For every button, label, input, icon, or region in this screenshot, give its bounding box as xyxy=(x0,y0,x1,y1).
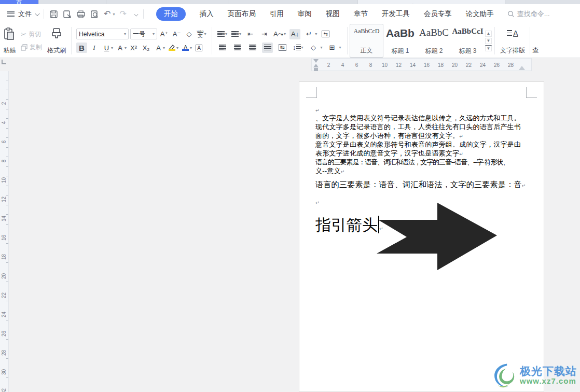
style-card[interactable]: AaBbC 标题 2 xyxy=(417,24,451,58)
bullet-list-button[interactable]: ▾ xyxy=(217,29,228,39)
undo-button[interactable]: ↶ xyxy=(104,10,111,18)
style-card[interactable]: AaBbCcI 标题 3 xyxy=(451,24,485,58)
document-text-line[interactable]: 语言的三要素是：语音、词汇和语法，文字的三要素是：音↵ xyxy=(315,178,529,191)
print-preview-button[interactable] xyxy=(90,10,99,19)
document-text-line[interactable]: 现代文字多是记录语言的，工具，人类往往先有口头的语言后产生书 xyxy=(315,122,529,131)
underline-button[interactable]: U xyxy=(101,43,112,53)
ribbon-tab[interactable]: 开始 xyxy=(156,7,186,21)
ribbon-tab[interactable]: 会员专享 xyxy=(424,9,452,19)
document-text-line[interactable]: 义--意义↵ xyxy=(315,166,529,175)
ruler-number: 20 xyxy=(448,59,462,71)
align-left-button[interactable] xyxy=(217,43,228,53)
chevron-down-icon[interactable] xyxy=(35,11,40,16)
ribbon-tab[interactable]: 审阅 xyxy=(298,9,312,19)
copy-button[interactable]: 复制 xyxy=(21,43,42,52)
ribbon-tab[interactable]: 章节 xyxy=(354,9,368,19)
pinyin-guide-button[interactable]: wén文▾ xyxy=(196,29,207,39)
shading-button[interactable]: ◇ xyxy=(308,43,319,53)
ruler-number: 2 xyxy=(0,94,8,113)
tab-stop-selector[interactable] xyxy=(2,60,6,64)
styles-more-icon[interactable]: ▼ xyxy=(485,45,492,51)
ribbon-tab[interactable]: 视图 xyxy=(326,9,340,19)
hamburger-menu-icon[interactable] xyxy=(7,11,15,17)
text-width-button[interactable]: ⇆ xyxy=(320,29,331,39)
new-tab-button[interactable]: + xyxy=(506,0,521,4)
undo-dropdown-icon[interactable]: ▾ xyxy=(113,12,115,17)
ruler-number: 2 xyxy=(322,59,336,71)
window-tab[interactable]: W 文字是人类...方式和工具(1) × xyxy=(358,0,505,4)
increase-font-button[interactable]: A⁺ xyxy=(159,29,170,39)
justify-button[interactable] xyxy=(262,43,273,53)
brush-icon xyxy=(51,27,62,40)
wrap-mark-button[interactable]: ↵ xyxy=(303,29,314,39)
styles-scroll-up-icon[interactable]: ▲ xyxy=(485,31,492,37)
decrease-font-button[interactable]: A⁻ xyxy=(171,29,182,39)
style-card[interactable]: AaBbCcD 正文 xyxy=(350,24,383,58)
ribbon-tab[interactable]: 论文助手 xyxy=(466,9,494,19)
numbered-list-button[interactable]: ▾ xyxy=(231,29,242,39)
borders-button[interactable]: ⊞ xyxy=(327,43,338,53)
text-direction-button[interactable]: A↓ xyxy=(289,29,300,39)
ribbon-tab[interactable]: 页面布局 xyxy=(228,9,256,19)
bold-button[interactable]: B xyxy=(76,43,87,53)
redo-button[interactable]: ↷ xyxy=(119,10,126,18)
right-indent-marker[interactable] xyxy=(519,66,525,70)
find-command-box[interactable]: 查找命令... xyxy=(507,9,550,19)
subscript-button[interactable]: X₂ xyxy=(141,43,151,53)
ribbon-tab[interactable]: 插入 xyxy=(200,9,214,19)
ruler-number: 10 xyxy=(378,59,392,71)
cut-button[interactable]: ✂ 剪切 xyxy=(21,30,42,39)
styles-scroll-down-icon[interactable]: ▼ xyxy=(485,38,492,44)
text-effects-button[interactable]: A xyxy=(153,43,164,53)
align-center-button[interactable] xyxy=(232,43,243,53)
document-text-line[interactable]: 面的，文字，很多小语种，有语言但没有文字。↵ xyxy=(315,131,529,140)
ribbon-tab[interactable]: 引用 xyxy=(270,9,284,19)
font-color-button[interactable]: A xyxy=(180,43,191,53)
format-painter-button[interactable]: 格式刷 xyxy=(44,24,69,58)
align-right-button[interactable] xyxy=(247,43,258,53)
character-border-button[interactable]: A xyxy=(194,43,204,53)
big-text-line[interactable]: 指引箭头↵ xyxy=(315,215,529,239)
vertical-ruler[interactable]: 2 4 6 8 10 12 14 16 18 20 22 24 26 28 30 xyxy=(0,71,9,392)
document-text-line[interactable]: 表形文字进化成的意音文字，汉字也是语素文字↵ xyxy=(315,149,529,158)
search-icon xyxy=(507,10,515,18)
strikethrough-button[interactable]: A xyxy=(115,43,126,53)
font-size-select[interactable]: 一号▾ xyxy=(130,29,157,39)
decrease-indent-button[interactable]: ⇤ xyxy=(245,29,256,39)
document-content[interactable]: ↵ 、文字是人类用表义符号记录表达信息以传之，久远的方式和工具。 现代文字多是记… xyxy=(315,105,529,239)
line-spacing-button[interactable]: ↕▾ xyxy=(292,43,304,53)
export-pdf-button[interactable] xyxy=(63,10,72,19)
window-tab[interactable]: 稻壳免费模板 xyxy=(39,0,106,4)
paste-button[interactable]: 粘贴▾ xyxy=(0,24,19,58)
increase-indent-button[interactable]: ⇥ xyxy=(259,29,270,39)
italic-button[interactable]: I xyxy=(89,43,100,53)
document-page[interactable]: ↵ 、文字是人类用表义符号记录表达信息以传之，久远的方式和工具。 现代文字多是记… xyxy=(299,81,544,392)
window-tab[interactable]: P 1.pptx xyxy=(107,0,228,4)
ruler-number: 26 xyxy=(0,324,8,343)
file-menu[interactable]: 文件 xyxy=(18,9,32,19)
customize-toolbar-icon[interactable] xyxy=(134,12,138,16)
hanging-indent-marker[interactable] xyxy=(313,64,319,67)
site-watermark: 极光下载站 www.xz7.com xyxy=(491,361,577,390)
ribbon-tab[interactable]: 开发工具 xyxy=(382,9,410,19)
first-line-indent-marker[interactable] xyxy=(313,59,319,63)
document-text-line[interactable]: 意音文字是由表义的象形符号和表音的声旁组。成的文字，汉字是由 xyxy=(315,140,529,149)
character-scale-button[interactable]: A⤳▾ xyxy=(273,29,286,39)
distribute-button[interactable]: ↹ xyxy=(277,43,288,53)
document-text-line[interactable]: 语言的三要素是：语音、词汇和语法，文字的三音--语音、--字·符形状、 xyxy=(315,158,529,166)
window-tab[interactable]: 首页 xyxy=(0,0,39,4)
save-button[interactable] xyxy=(49,10,58,19)
clear-format-button[interactable]: ◇ xyxy=(184,29,195,39)
highlight-color-button[interactable] xyxy=(167,43,177,53)
print-button[interactable] xyxy=(76,10,86,19)
horizontal-ruler[interactable]: 2 4 6 8 10 12 14 16 18 20 22 24 26 28 xyxy=(311,58,532,71)
margin-crop-mark xyxy=(526,87,537,98)
window-tab[interactable]: S 文件保存到本地.xlsx xyxy=(229,0,357,4)
document-text-line[interactable]: 、文字是人类用表义符号记录表达信息以传之，久远的方式和工具。 xyxy=(315,114,529,122)
watermark-title: 极光下载站 xyxy=(520,365,577,377)
text-layout-button[interactable]: A 文字排版▾ xyxy=(497,24,528,58)
find-replace-group-partial[interactable]: 查 xyxy=(532,24,540,58)
style-card[interactable]: AaBb 标题 1 xyxy=(383,24,417,58)
superscript-button[interactable]: X² xyxy=(128,43,139,53)
font-name-select[interactable]: Helvetica▾ xyxy=(76,29,129,39)
